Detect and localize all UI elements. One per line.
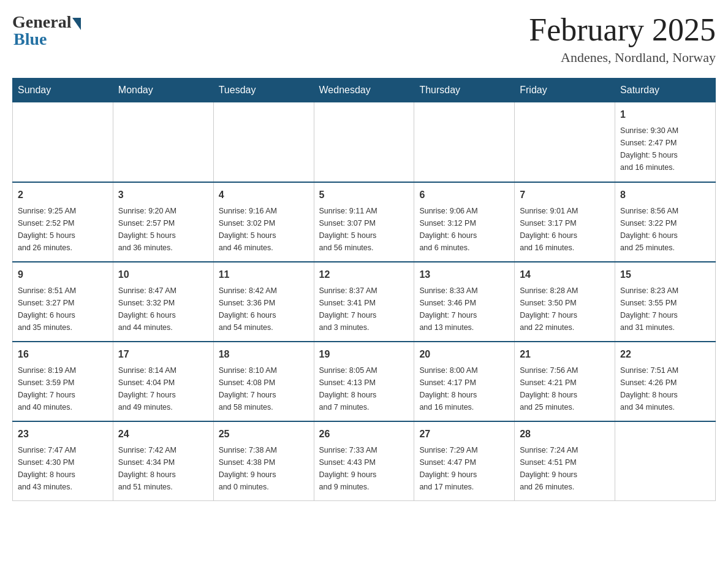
calendar-cell: 24Sunrise: 7:42 AMSunset: 4:34 PMDayligh… xyxy=(113,421,213,501)
calendar-cell: 7Sunrise: 9:01 AMSunset: 3:17 PMDaylight… xyxy=(515,182,615,262)
day-info: Sunrise: 7:51 AMSunset: 4:26 PMDaylight:… xyxy=(620,364,710,413)
day-number: 13 xyxy=(419,267,509,282)
calendar-week-4: 16Sunrise: 8:19 AMSunset: 3:59 PMDayligh… xyxy=(13,342,716,421)
column-header-friday: Friday xyxy=(515,79,615,102)
day-info: Sunrise: 9:20 AMSunset: 2:57 PMDaylight:… xyxy=(118,205,208,254)
calendar-cell: 26Sunrise: 7:33 AMSunset: 4:43 PMDayligh… xyxy=(314,421,414,501)
day-number: 7 xyxy=(520,188,610,202)
calendar-cell: 28Sunrise: 7:24 AMSunset: 4:51 PMDayligh… xyxy=(515,421,615,501)
day-info: Sunrise: 7:24 AMSunset: 4:51 PMDaylight:… xyxy=(520,444,610,493)
day-info: Sunrise: 7:56 AMSunset: 4:21 PMDaylight:… xyxy=(520,364,610,413)
day-info: Sunrise: 8:23 AMSunset: 3:55 PMDaylight:… xyxy=(620,285,710,334)
calendar-cell: 21Sunrise: 7:56 AMSunset: 4:21 PMDayligh… xyxy=(515,342,615,421)
day-number: 4 xyxy=(219,188,309,202)
column-header-wednesday: Wednesday xyxy=(314,79,414,102)
day-info: Sunrise: 7:42 AMSunset: 4:34 PMDaylight:… xyxy=(118,444,208,493)
day-number: 19 xyxy=(319,347,409,362)
calendar-cell: 19Sunrise: 8:05 AMSunset: 4:13 PMDayligh… xyxy=(314,342,414,421)
day-number: 24 xyxy=(118,427,208,442)
calendar-cell xyxy=(515,102,615,182)
calendar-cell xyxy=(615,421,716,501)
day-info: Sunrise: 7:38 AMSunset: 4:38 PMDaylight:… xyxy=(219,444,309,493)
calendar-week-5: 23Sunrise: 7:47 AMSunset: 4:30 PMDayligh… xyxy=(13,421,716,501)
day-info: Sunrise: 8:56 AMSunset: 3:22 PMDaylight:… xyxy=(620,205,710,254)
calendar-cell: 10Sunrise: 8:47 AMSunset: 3:32 PMDayligh… xyxy=(113,262,213,342)
calendar-cell: 1Sunrise: 9:30 AMSunset: 2:47 PMDaylight… xyxy=(615,102,716,182)
day-info: Sunrise: 7:29 AMSunset: 4:47 PMDaylight:… xyxy=(419,444,509,493)
calendar-cell: 20Sunrise: 8:00 AMSunset: 4:17 PMDayligh… xyxy=(414,342,515,421)
calendar-cell: 8Sunrise: 8:56 AMSunset: 3:22 PMDaylight… xyxy=(615,182,716,262)
calendar-cell: 13Sunrise: 8:33 AMSunset: 3:46 PMDayligh… xyxy=(414,262,515,342)
calendar-cell xyxy=(414,102,515,182)
day-number: 18 xyxy=(219,347,309,362)
calendar-cell: 2Sunrise: 9:25 AMSunset: 2:52 PMDaylight… xyxy=(13,182,113,262)
day-info: Sunrise: 8:14 AMSunset: 4:04 PMDaylight:… xyxy=(118,364,208,413)
day-number: 20 xyxy=(419,347,509,362)
day-number: 1 xyxy=(620,107,710,122)
day-info: Sunrise: 8:33 AMSunset: 3:46 PMDaylight:… xyxy=(419,285,509,334)
day-number: 22 xyxy=(620,347,710,362)
header-row: SundayMondayTuesdayWednesdayThursdayFrid… xyxy=(13,79,716,102)
day-number: 26 xyxy=(319,427,409,442)
day-info: Sunrise: 9:01 AMSunset: 3:17 PMDaylight:… xyxy=(520,205,610,254)
calendar-cell: 17Sunrise: 8:14 AMSunset: 4:04 PMDayligh… xyxy=(113,342,213,421)
calendar-cell: 3Sunrise: 9:20 AMSunset: 2:57 PMDaylight… xyxy=(113,182,213,262)
month-title: February 2025 xyxy=(529,12,716,47)
day-number: 14 xyxy=(520,267,610,282)
calendar-cell: 11Sunrise: 8:42 AMSunset: 3:36 PMDayligh… xyxy=(213,262,314,342)
day-number: 3 xyxy=(118,188,208,202)
calendar-header: SundayMondayTuesdayWednesdayThursdayFrid… xyxy=(13,79,716,102)
day-info: Sunrise: 8:47 AMSunset: 3:32 PMDaylight:… xyxy=(118,285,208,334)
page-header: General Blue February 2025 Andenes, Nord… xyxy=(12,12,716,66)
calendar-cell: 6Sunrise: 9:06 AMSunset: 3:12 PMDaylight… xyxy=(414,182,515,262)
day-info: Sunrise: 8:42 AMSunset: 3:36 PMDaylight:… xyxy=(219,285,309,334)
calendar-week-1: 1Sunrise: 9:30 AMSunset: 2:47 PMDaylight… xyxy=(13,102,716,182)
calendar-cell: 16Sunrise: 8:19 AMSunset: 3:59 PMDayligh… xyxy=(13,342,113,421)
calendar-cell: 18Sunrise: 8:10 AMSunset: 4:08 PMDayligh… xyxy=(213,342,314,421)
calendar-cell: 4Sunrise: 9:16 AMSunset: 3:02 PMDaylight… xyxy=(213,182,314,262)
day-info: Sunrise: 9:16 AMSunset: 3:02 PMDaylight:… xyxy=(219,205,309,254)
day-info: Sunrise: 8:05 AMSunset: 4:13 PMDaylight:… xyxy=(319,364,409,413)
day-info: Sunrise: 7:47 AMSunset: 4:30 PMDaylight:… xyxy=(18,444,108,493)
calendar-cell xyxy=(13,102,113,182)
day-number: 17 xyxy=(118,347,208,362)
day-info: Sunrise: 8:19 AMSunset: 3:59 PMDaylight:… xyxy=(18,364,108,413)
calendar-cell: 12Sunrise: 8:37 AMSunset: 3:41 PMDayligh… xyxy=(314,262,414,342)
logo-arrow-icon xyxy=(72,18,81,30)
title-section: February 2025 Andenes, Nordland, Norway xyxy=(529,12,716,66)
logo: General Blue xyxy=(12,12,81,49)
column-header-saturday: Saturday xyxy=(615,79,716,102)
calendar-cell: 9Sunrise: 8:51 AMSunset: 3:27 PMDaylight… xyxy=(13,262,113,342)
day-number: 27 xyxy=(419,427,509,442)
column-header-thursday: Thursday xyxy=(414,79,515,102)
day-info: Sunrise: 8:37 AMSunset: 3:41 PMDaylight:… xyxy=(319,285,409,334)
column-header-sunday: Sunday xyxy=(13,79,113,102)
day-info: Sunrise: 8:28 AMSunset: 3:50 PMDaylight:… xyxy=(520,285,610,334)
calendar-cell xyxy=(213,102,314,182)
calendar-cell: 27Sunrise: 7:29 AMSunset: 4:47 PMDayligh… xyxy=(414,421,515,501)
day-number: 5 xyxy=(319,188,409,202)
day-number: 12 xyxy=(319,267,409,282)
calendar-cell: 5Sunrise: 9:11 AMSunset: 3:07 PMDaylight… xyxy=(314,182,414,262)
day-number: 8 xyxy=(620,188,710,202)
column-header-tuesday: Tuesday xyxy=(213,79,314,102)
day-info: Sunrise: 9:25 AMSunset: 2:52 PMDaylight:… xyxy=(18,205,108,254)
logo-blue-text: Blue xyxy=(12,29,47,49)
calendar-cell xyxy=(314,102,414,182)
calendar-cell xyxy=(113,102,213,182)
day-info: Sunrise: 8:00 AMSunset: 4:17 PMDaylight:… xyxy=(419,364,509,413)
day-number: 28 xyxy=(520,427,610,442)
location-title: Andenes, Nordland, Norway xyxy=(529,50,716,66)
day-info: Sunrise: 8:51 AMSunset: 3:27 PMDaylight:… xyxy=(18,285,108,334)
day-info: Sunrise: 9:11 AMSunset: 3:07 PMDaylight:… xyxy=(319,205,409,254)
day-info: Sunrise: 9:30 AMSunset: 2:47 PMDaylight:… xyxy=(620,124,710,174)
day-number: 11 xyxy=(219,267,309,282)
day-number: 23 xyxy=(18,427,108,442)
day-number: 15 xyxy=(620,267,710,282)
day-info: Sunrise: 9:06 AMSunset: 3:12 PMDaylight:… xyxy=(419,205,509,254)
day-info: Sunrise: 7:33 AMSunset: 4:43 PMDaylight:… xyxy=(319,444,409,493)
calendar-cell: 15Sunrise: 8:23 AMSunset: 3:55 PMDayligh… xyxy=(615,262,716,342)
calendar-cell: 23Sunrise: 7:47 AMSunset: 4:30 PMDayligh… xyxy=(13,421,113,501)
day-number: 25 xyxy=(219,427,309,442)
day-number: 21 xyxy=(520,347,610,362)
